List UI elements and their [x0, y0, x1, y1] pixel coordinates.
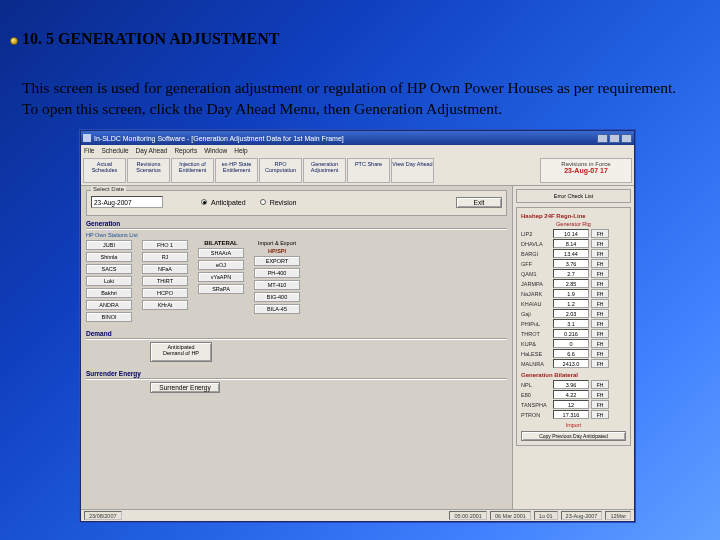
row-label: THROT	[521, 331, 551, 337]
gen-cell[interactable]: Shimla	[86, 252, 132, 262]
statusbar: 23/08/2007 05:00:2001 06 Mar 2001 1o 01 …	[81, 509, 634, 521]
demand-button[interactable]: Anticipated Demand of HP	[150, 342, 212, 362]
gen-cell[interactable]: Bakhri	[86, 288, 132, 298]
row-unit: FH	[591, 339, 609, 348]
tbtn-revisions[interactable]: Revisions Scenarios	[127, 158, 170, 183]
row-unit: FH	[591, 269, 609, 278]
row-value[interactable]: 0.216	[553, 329, 589, 338]
gen-cell[interactable]: BINOI	[86, 312, 132, 322]
row-value[interactable]: 10.14	[553, 229, 589, 238]
tbtn-genadj[interactable]: Generation Adjustment	[303, 158, 346, 183]
menu-help[interactable]: Help	[234, 147, 247, 154]
radio-anticipated[interactable]	[201, 199, 207, 205]
value-row: HaLESE6.6FH	[521, 349, 626, 358]
row-unit: FH	[591, 299, 609, 308]
date-input[interactable]: 23-Aug-2007	[91, 196, 163, 208]
value-row: MALNRA2413.0FH	[521, 359, 626, 368]
error-check-label: Error Check List	[521, 193, 626, 199]
surrender-button[interactable]: Surrender Energy	[150, 382, 220, 393]
radio-revision[interactable]	[260, 199, 266, 205]
minimize-button[interactable]	[597, 134, 608, 143]
row-unit: FH	[591, 400, 609, 409]
gen-col-1: JUBI Shimla SACS Loki Bakhri ANDRA BINOI	[86, 240, 132, 322]
gen-cell[interactable]: THIRT	[142, 276, 188, 286]
value-row: Gaji2.03FH	[521, 309, 626, 318]
gen-cell[interactable]: JUBI	[86, 240, 132, 250]
row-label: Gaji	[521, 311, 551, 317]
row-value[interactable]: 2.7	[553, 269, 589, 278]
gen-cell[interactable]: FHO 1	[142, 240, 188, 250]
close-button[interactable]	[621, 134, 632, 143]
menu-file[interactable]: File	[84, 147, 94, 154]
row-unit: FH	[591, 349, 609, 358]
menu-reports[interactable]: Reports	[174, 147, 197, 154]
titlebar: In-SLDC Monitoring Software - [Generatio…	[81, 131, 634, 145]
gen-cell[interactable]: BILA-45	[254, 304, 300, 314]
row-value[interactable]: 4.22	[553, 390, 589, 399]
row-value[interactable]: 0	[553, 339, 589, 348]
bilateral-head: BILATERAL	[198, 240, 244, 246]
regn-box: Hashep 24F Regn-Line Generator Rtg LIP21…	[516, 207, 631, 446]
gen-cell[interactable]: MT-410	[254, 280, 300, 290]
gen-cell[interactable]: vYaAPN	[198, 272, 244, 282]
menubar: File Schedule Day Ahead Reports Window H…	[81, 145, 634, 156]
tbtn-exhp[interactable]: ex-HP State Entitlement	[215, 158, 258, 183]
row-value[interactable]: 8.14	[553, 239, 589, 248]
row-value[interactable]: 3.1	[553, 319, 589, 328]
tbtn-rpo[interactable]: RPO Computation	[259, 158, 302, 183]
tbtn-injection[interactable]: Injection of Entitlement	[171, 158, 214, 183]
gen-cell[interactable]: RJ	[142, 252, 188, 262]
gen-col-2: FHO 1 RJ NFaA THIRT HCPO KHrAt	[142, 240, 188, 322]
status-seg: 1o 01	[534, 511, 558, 520]
gen-cell[interactable]: KHrAt	[142, 300, 188, 310]
row-label: QAM1	[521, 271, 551, 277]
select-date-group: Select Date 23-Aug-2007 Anticipated Revi…	[86, 190, 507, 216]
gen-cell[interactable]: SACS	[86, 264, 132, 274]
gen-cell[interactable]: NFaA	[142, 264, 188, 274]
gen-cell[interactable]: SHAArA	[198, 248, 244, 258]
window-title: In-SLDC Monitoring Software - [Generatio…	[94, 135, 344, 142]
tbtn-actual[interactable]: Actual Schedules	[83, 158, 126, 183]
row-unit: FH	[591, 410, 609, 419]
value-row: BARGI13.44FH	[521, 249, 626, 258]
row-value[interactable]: 12	[553, 400, 589, 409]
gen-cell[interactable]: HCPO	[142, 288, 188, 298]
left-pane: Select Date 23-Aug-2007 Anticipated Revi…	[81, 186, 512, 509]
menu-schedule[interactable]: Schedule	[101, 147, 128, 154]
toolbar: Actual Schedules Revisions Scenarios Inj…	[81, 156, 634, 186]
row-value[interactable]: 1.2	[553, 299, 589, 308]
row-label: NaJARK	[521, 291, 551, 297]
gen-cell[interactable]: Loki	[86, 276, 132, 286]
row-unit: FH	[591, 390, 609, 399]
row-value[interactable]: 1.9	[553, 289, 589, 298]
import-label: Import	[521, 422, 626, 428]
exit-button[interactable]: Exit	[456, 197, 502, 208]
row-value[interactable]: 17.316	[553, 410, 589, 419]
gen-cell[interactable]: EXPORT	[254, 256, 300, 266]
row-value[interactable]: 3.76	[553, 259, 589, 268]
row-value[interactable]: 3.96	[553, 380, 589, 389]
gen-cell[interactable]: PH-400	[254, 268, 300, 278]
row-value[interactable]: 2.85	[553, 279, 589, 288]
maximize-button[interactable]	[609, 134, 620, 143]
menu-dayahead[interactable]: Day Ahead	[136, 147, 168, 154]
gen-cell[interactable]: ANDRA	[86, 300, 132, 310]
gen-cell[interactable]: BIG-400	[254, 292, 300, 302]
row-label: PTRON	[521, 412, 551, 418]
row-value[interactable]: 6.6	[553, 349, 589, 358]
bilateral-head-right: Generation Bilateral	[521, 372, 626, 378]
row-label: GFF	[521, 261, 551, 267]
row-label: KHAIAU	[521, 301, 551, 307]
gen-col-4: Import & Export HP/SPI EXPORT PH-400 MT-…	[254, 240, 300, 322]
generation-head: Generation	[86, 220, 507, 227]
gen-cell[interactable]: SRaPA	[198, 284, 244, 294]
copy-prev-button[interactable]: Copy Previous Day Anticipated	[521, 431, 626, 441]
tbtn-ptc[interactable]: PTC Share	[347, 158, 390, 183]
value-row: NaJARK1.9FH	[521, 289, 626, 298]
row-value[interactable]: 2413.0	[553, 359, 589, 368]
tbtn-view[interactable]: View Day Ahead	[391, 158, 434, 183]
row-value[interactable]: 13.44	[553, 249, 589, 258]
gen-cell[interactable]: eOJ	[198, 260, 244, 270]
menu-window[interactable]: Window	[204, 147, 227, 154]
row-value[interactable]: 2.03	[553, 309, 589, 318]
